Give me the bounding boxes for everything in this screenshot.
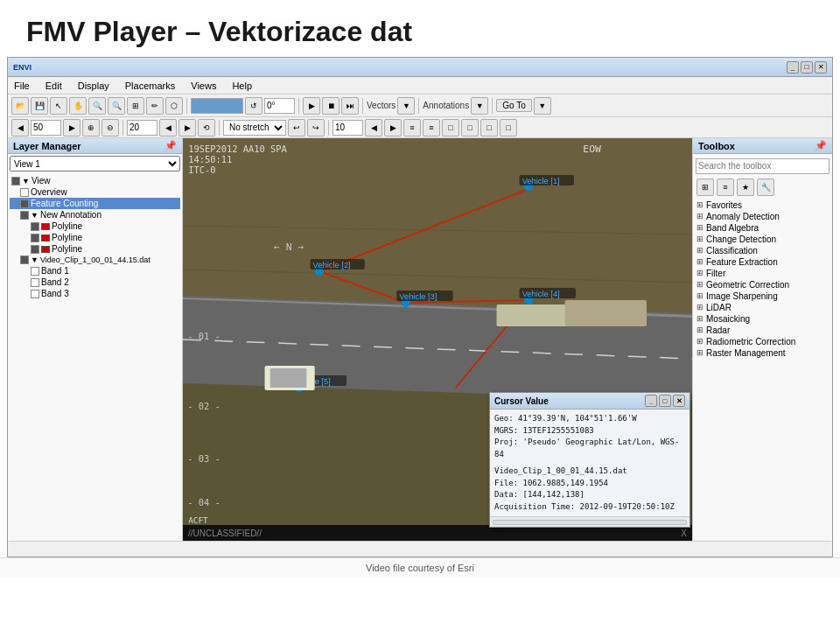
toolbox-btn1[interactable]: ⊞ [696, 178, 714, 196]
layer-item-new-annotation[interactable]: ▼ New Annotation [10, 209, 180, 220]
tb2-btn15[interactable]: □ [500, 119, 517, 136]
toolbox-radiometric[interactable]: ⊞ Radiometric Correction [695, 336, 830, 347]
tb-play-btn[interactable]: ▶ [303, 97, 320, 115]
layer-view-select[interactable]: View 1 [10, 156, 180, 172]
toolbox-image-sharp[interactable]: ⊞ Image Sharpening [695, 290, 830, 302]
cursor-close-btn[interactable]: ✕ [673, 395, 685, 407]
layer-item-polyline3[interactable]: Polyline [10, 243, 180, 255]
toolbox-radar[interactable]: ⊞ Radar [695, 325, 830, 336]
layer-cb-video[interactable] [20, 256, 29, 264]
menu-help[interactable]: Help [229, 80, 255, 91]
tb2-redo-btn[interactable]: ↪ [307, 119, 325, 136]
toolbox-btn2[interactable]: ≡ [717, 178, 734, 196]
toolbox-lidar[interactable]: ⊞ LiDAR [695, 302, 830, 313]
tb-angle-value[interactable] [264, 98, 295, 114]
tb2-btn14[interactable]: □ [480, 119, 498, 136]
video-area[interactable]: Vehicle [1] Vehicle [2] Vehicle [3] Vehi… [183, 138, 692, 541]
toolbox-mosaicking[interactable]: ⊞ Mosaicking [695, 313, 830, 325]
layer-cb-poly3[interactable] [31, 245, 39, 254]
cursor-maximize-btn[interactable]: □ [659, 395, 671, 407]
toolbox-btn3[interactable]: ★ [737, 178, 754, 196]
stretch-dropdown[interactable]: No stretch [223, 120, 286, 136]
tb2-btn3[interactable]: ⊕ [82, 119, 100, 136]
layer-item-feature-counting[interactable]: Feature Counting [10, 198, 180, 209]
toolbar-cursor-btn[interactable]: ↖ [50, 97, 67, 115]
goto-dropdown-btn[interactable]: ▼ [534, 97, 551, 115]
layer-item-polyline2[interactable]: Polyline [10, 232, 180, 243]
toolbox-filter[interactable]: ⊞ Filter [695, 268, 830, 279]
toolbar-zoom-out-btn[interactable]: 🔍 [108, 97, 125, 115]
tb2-btn12[interactable]: □ [442, 119, 459, 136]
layer-item-overview[interactable]: Overview [10, 186, 180, 198]
toolbar-zoom-in-btn[interactable]: 🔍 [88, 97, 106, 115]
layer-item-band1[interactable]: Band 1 [10, 265, 180, 276]
toolbox-pin-icon[interactable]: 📌 [815, 140, 827, 151]
layer-cb-overview[interactable] [20, 188, 29, 197]
tb2-btn6[interactable]: ▶ [178, 119, 196, 136]
menu-edit[interactable]: Edit [43, 80, 65, 91]
toolbar-poly-btn[interactable]: ⬡ [165, 97, 183, 115]
layer-cb-feature[interactable] [20, 200, 29, 208]
toolbox-search-input[interactable] [696, 158, 830, 174]
layer-manager-pin[interactable]: 📌 [164, 140, 177, 151]
layer-item-polyline1[interactable]: Polyline [10, 220, 180, 232]
layer-cb-poly2[interactable] [31, 234, 39, 242]
cursor-scrollbar[interactable] [493, 520, 687, 525]
goto-button[interactable]: Go To [496, 99, 532, 112]
close-button[interactable]: ✕ [815, 61, 827, 74]
expand-annotation-icon: ▼ [31, 211, 38, 220]
toolbox-btn4[interactable]: 🔧 [757, 178, 774, 196]
menu-placemarks[interactable]: Placemarks [122, 80, 178, 91]
tb2-btn8[interactable]: ◀ [365, 119, 382, 136]
menu-file[interactable]: File [11, 80, 32, 91]
toolbar-zoomfit-btn[interactable]: ⊞ [127, 97, 144, 115]
layer-item-band2[interactable]: Band 2 [10, 276, 180, 288]
toolbar-save-btn[interactable]: 💾 [31, 97, 48, 115]
tb2-val-input[interactable] [127, 120, 158, 136]
layer-item-view[interactable]: ▼ View [10, 175, 180, 186]
layer-cb-annotation[interactable] [20, 211, 29, 220]
cursor-minimize-btn[interactable]: _ [645, 395, 657, 407]
toolbar-pan-btn[interactable]: ✋ [69, 97, 87, 115]
tb-frame-btn[interactable]: ⏭ [341, 97, 359, 115]
tb2-btn11[interactable]: ≡ [423, 119, 440, 136]
tb2-btn1[interactable]: ◀ [11, 119, 29, 136]
tb2-btn7[interactable]: ⟲ [198, 119, 215, 136]
layer-cb-band3[interactable] [31, 290, 39, 298]
layer-item-band3[interactable]: Band 3 [10, 288, 180, 299]
tb2-btn4[interactable]: ⊖ [102, 119, 119, 136]
tb2-btn10[interactable]: ≡ [403, 119, 421, 136]
toolbar-open-btn[interactable]: 📂 [11, 97, 29, 115]
tb-angle-btn[interactable]: ↺ [245, 97, 262, 115]
toolbox-classification[interactable]: ⊞ Classification [695, 245, 830, 256]
tb2-undo-btn[interactable]: ↩ [288, 119, 305, 136]
toolbox-change-detection[interactable]: ⊞ Change Detection [695, 234, 830, 245]
toolbar-layer-input[interactable] [191, 98, 243, 114]
maximize-button[interactable]: □ [801, 61, 813, 74]
toolbox-feature-extraction[interactable]: ⊞ Feature Extraction [695, 256, 830, 268]
tb2-btn9[interactable]: ▶ [384, 119, 402, 136]
toolbox-geometric[interactable]: ⊞ Geometric Correction [695, 279, 830, 290]
annotations-dropdown-btn[interactable]: ▼ [471, 97, 488, 115]
toolbox-raster[interactable]: ⊞ Raster Management [695, 347, 830, 359]
layer-cb-band1[interactable] [31, 267, 39, 276]
layer-cb-view[interactable] [11, 177, 20, 186]
menu-views[interactable]: Views [188, 80, 219, 91]
tb2-zoom-input[interactable] [31, 120, 61, 136]
layer-cb-band2[interactable] [31, 278, 39, 287]
tb2-btn2[interactable]: ▶ [63, 119, 80, 136]
layer-cb-poly1[interactable] [31, 222, 39, 231]
video-close-x[interactable]: X [681, 528, 687, 538]
toolbar-draw-btn[interactable]: ✏ [146, 97, 164, 115]
toolbox-anomaly[interactable]: ⊞ Anomaly Detection [695, 211, 830, 222]
minimize-button[interactable]: _ [787, 61, 799, 74]
tb2-btn5[interactable]: ◀ [159, 119, 177, 136]
toolbox-favorites[interactable]: ⊞ Favorites [695, 200, 830, 211]
tb2-btn13[interactable]: □ [461, 119, 479, 136]
toolbox-band-algebra[interactable]: ⊞ Band Algebra [695, 222, 830, 234]
tb2-val2-input[interactable] [332, 120, 363, 136]
tb-stop-btn[interactable]: ⏹ [322, 97, 340, 115]
layer-item-video-clip[interactable]: ▼ Video_Clip_1_00_01_44.15.dat [10, 255, 180, 265]
vectors-dropdown-btn[interactable]: ▼ [397, 97, 415, 115]
menu-display[interactable]: Display [75, 80, 112, 91]
